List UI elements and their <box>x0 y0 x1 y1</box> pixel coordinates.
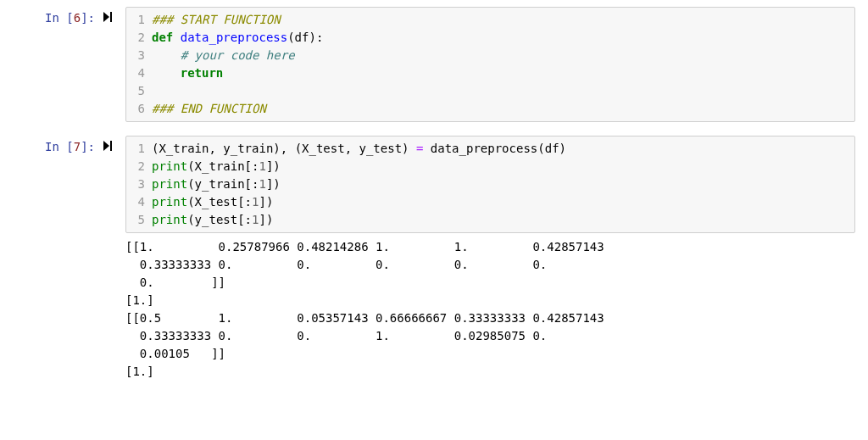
code-area: 1 (X_train, y_train), (X_test, y_test) =… <box>125 136 855 381</box>
svg-rect-0 <box>110 12 112 22</box>
line-number: 5 <box>126 82 152 100</box>
line-number: 3 <box>126 175 152 193</box>
cell-output: [[1. 0.25787966 0.48214286 1. 1. 0.42857… <box>125 233 855 381</box>
code-var: y_test <box>359 142 403 155</box>
code-editor[interactable]: 1 ### START FUNCTION 2 def data_preproce… <box>125 7 855 122</box>
line-number: 5 <box>126 211 152 229</box>
code-area: 1 ### START FUNCTION 2 def data_preproce… <box>125 7 855 122</box>
code-cell-7: In [7]: 1 (X_train, y_train), (X_test, y… <box>0 133 868 383</box>
line-number: 1 <box>126 140 152 158</box>
run-cell-button[interactable] <box>102 136 125 153</box>
code-var: y_test <box>195 213 238 226</box>
code-builtin: print <box>152 159 187 173</box>
line-number: 1 <box>126 11 152 29</box>
code-var: X_train <box>159 142 209 155</box>
code-param: df <box>295 31 309 44</box>
code-number: 1 <box>259 159 265 173</box>
prompt-area: In [7]: <box>0 136 102 153</box>
code-keyword: return <box>181 66 224 80</box>
svg-rect-1 <box>110 141 112 151</box>
code-keyword: def <box>152 31 173 44</box>
code-builtin: print <box>152 177 187 191</box>
line-number: 2 <box>126 29 152 47</box>
code-builtin: print <box>152 213 187 226</box>
run-icon <box>103 11 114 21</box>
code-var: X_test <box>195 195 238 209</box>
line-number: 6 <box>126 100 152 118</box>
code-var: X_test <box>302 142 345 155</box>
line-number: 3 <box>126 47 152 64</box>
line-number: 4 <box>126 193 152 211</box>
code-editor[interactable]: 1 (X_train, y_train), (X_test, y_test) =… <box>125 136 855 233</box>
run-icon <box>103 140 114 150</box>
code-builtin: print <box>152 195 187 209</box>
prompt-area: In [6]: <box>0 7 102 25</box>
code-comment: ### END FUNCTION <box>152 102 266 115</box>
code-function-name: data_preprocess <box>181 31 287 44</box>
code-comment: ### START FUNCTION <box>152 13 281 26</box>
line-number: 4 <box>126 64 152 82</box>
code-var: df <box>545 142 559 155</box>
code-cell-6: In [6]: 1 ### START FUNCTION 2 def data_… <box>0 4 868 125</box>
code-call: data_preprocess <box>431 142 537 155</box>
input-prompt: In [6]: <box>45 11 95 25</box>
code-number: 1 <box>259 177 265 191</box>
line-number: 2 <box>126 158 152 175</box>
run-cell-button[interactable] <box>102 7 125 25</box>
code-var: y_train <box>223 142 273 155</box>
code-var: X_train <box>195 159 245 173</box>
code-var: y_train <box>195 177 245 191</box>
input-prompt: In [7]: <box>45 140 95 153</box>
code-comment: # your code here <box>181 48 295 62</box>
